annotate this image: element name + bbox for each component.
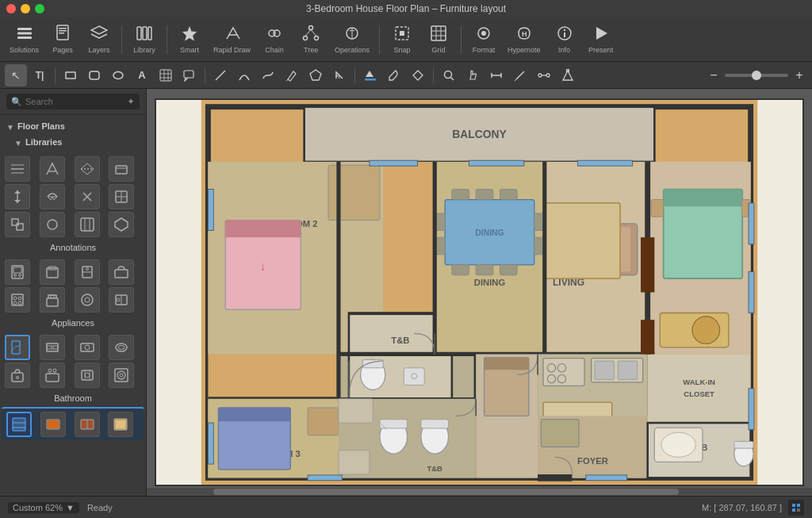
foyer-label: FOYER xyxy=(577,456,608,466)
toolbar-chain[interactable]: Chain xyxy=(257,21,292,59)
lib-item[interactable] xyxy=(75,287,100,313)
lib-item[interactable] xyxy=(109,287,134,313)
toolbar-snap[interactable]: Snap xyxy=(385,21,419,59)
tool-select[interactable]: ↖ xyxy=(5,64,27,86)
svg-point-94 xyxy=(86,268,88,271)
toolbar-rapid-draw[interactable]: Rapid Draw xyxy=(209,21,255,59)
lib-item[interactable] xyxy=(75,184,100,209)
tool-dimension[interactable] xyxy=(485,64,508,86)
horizontal-scrollbar[interactable] xyxy=(147,488,812,496)
lib-item[interactable] xyxy=(75,212,100,237)
svg-point-103 xyxy=(82,294,93,305)
tool-arc[interactable] xyxy=(233,64,255,86)
toolbar-info[interactable]: Info xyxy=(547,21,582,59)
lib-item-selected[interactable] xyxy=(5,335,30,360)
present-label: Present xyxy=(588,46,613,54)
tool-rect[interactable] xyxy=(59,64,82,86)
lib-item-highlighted[interactable] xyxy=(6,412,32,437)
lib-item[interactable] xyxy=(5,184,30,209)
tool-pen[interactable] xyxy=(281,64,303,86)
svg-rect-247 xyxy=(792,508,795,512)
lib-item[interactable] xyxy=(5,156,30,182)
maximize-button[interactable] xyxy=(35,4,44,13)
lib-item[interactable] xyxy=(75,412,100,437)
tool-angle[interactable] xyxy=(328,64,350,86)
svg-rect-248 xyxy=(797,508,800,512)
lib-item[interactable] xyxy=(75,363,100,388)
tool-ellipse[interactable] xyxy=(107,64,129,86)
svg-rect-153 xyxy=(404,368,424,386)
lib-item[interactable] xyxy=(75,335,100,360)
zoom-slider[interactable] xyxy=(725,74,788,77)
lib-item[interactable] xyxy=(40,363,65,388)
toolbar-smart[interactable]: Smart xyxy=(172,21,207,59)
toolbar-tree[interactable]: Tree xyxy=(293,21,328,59)
lib-item[interactable] xyxy=(5,363,30,388)
tool-text-cursor[interactable]: T| xyxy=(29,64,51,86)
operations-icon xyxy=(343,25,361,44)
tool-fill[interactable] xyxy=(359,64,381,86)
toolbar-library[interactable]: Library xyxy=(127,21,162,59)
toolbar-pages[interactable]: Pages xyxy=(45,21,80,59)
toolbar-grid[interactable]: Grid xyxy=(421,21,456,59)
svg-rect-109 xyxy=(47,343,58,351)
tool-polygon[interactable] xyxy=(304,64,327,86)
canvas-area[interactable]: BALCONY BEDROOM 2 ↓ xyxy=(147,89,812,496)
zoom-arrow: ▼ xyxy=(66,503,75,512)
toolbar-operations[interactable]: Operations xyxy=(330,21,374,59)
toolbar-layers[interactable]: Layers xyxy=(82,21,117,59)
tool-line[interactable] xyxy=(209,64,232,86)
toolbar-present[interactable]: Present xyxy=(584,21,619,59)
lib-item[interactable] xyxy=(109,363,134,388)
lib-item[interactable] xyxy=(75,156,100,182)
tool-eyedrop[interactable] xyxy=(383,64,405,86)
lib-item[interactable] xyxy=(40,287,65,313)
lib-item[interactable] xyxy=(109,212,134,237)
lib-item[interactable] xyxy=(40,184,65,209)
svg-rect-218 xyxy=(308,408,339,436)
tool-transform[interactable] xyxy=(557,64,579,86)
toolbar-format[interactable]: Format xyxy=(466,21,501,59)
svg-line-18 xyxy=(305,30,311,36)
svg-rect-164 xyxy=(452,190,469,200)
tool-shape[interactable] xyxy=(407,64,429,86)
tool-callout[interactable] xyxy=(178,64,201,86)
svg-rect-227 xyxy=(339,451,370,474)
lib-item[interactable] xyxy=(5,287,30,313)
lib-item[interactable] xyxy=(109,259,134,285)
bottom-selected-grid xyxy=(2,407,144,440)
tool-connect[interactable] xyxy=(533,64,555,86)
lib-item[interactable] xyxy=(40,412,66,437)
lib-item[interactable] xyxy=(109,156,134,182)
lib-item[interactable] xyxy=(5,259,30,285)
lib-item[interactable] xyxy=(40,335,65,360)
lib-item[interactable] xyxy=(109,184,134,209)
zoom-plus[interactable]: + xyxy=(791,67,807,83)
minimize-button[interactable] xyxy=(21,4,30,13)
lib-item[interactable] xyxy=(5,212,30,237)
lib-item[interactable] xyxy=(108,412,133,437)
toolbar-solutions[interactable]: Solutions xyxy=(5,21,44,59)
tool-hand[interactable] xyxy=(462,64,484,86)
zoom-minus[interactable]: − xyxy=(706,67,722,83)
toolbar-hypernote[interactable]: H Hypernote xyxy=(503,21,546,59)
close-button[interactable] xyxy=(6,4,16,13)
lib-item[interactable] xyxy=(40,259,65,285)
svg-point-124 xyxy=(85,373,90,378)
tool-text[interactable]: A xyxy=(131,64,153,86)
zoom-display[interactable]: Custom 62% ▼ xyxy=(8,502,79,513)
tool-rounded-rect[interactable] xyxy=(83,64,105,86)
lib-item[interactable] xyxy=(40,212,65,237)
tool-grid-text[interactable] xyxy=(155,64,177,86)
tb-divider-2 xyxy=(167,25,167,54)
lib-item[interactable] xyxy=(75,259,100,285)
tool-curve[interactable] xyxy=(257,64,279,86)
lib-item[interactable] xyxy=(40,156,65,182)
tool-pencil[interactable] xyxy=(509,64,531,86)
tool-zoom[interactable] xyxy=(438,64,460,86)
lib-item[interactable] xyxy=(109,335,134,360)
layers-label: Layers xyxy=(89,46,110,54)
search-input[interactable] xyxy=(25,97,124,106)
svg-rect-146 xyxy=(225,221,301,238)
status-icon[interactable] xyxy=(788,500,804,516)
